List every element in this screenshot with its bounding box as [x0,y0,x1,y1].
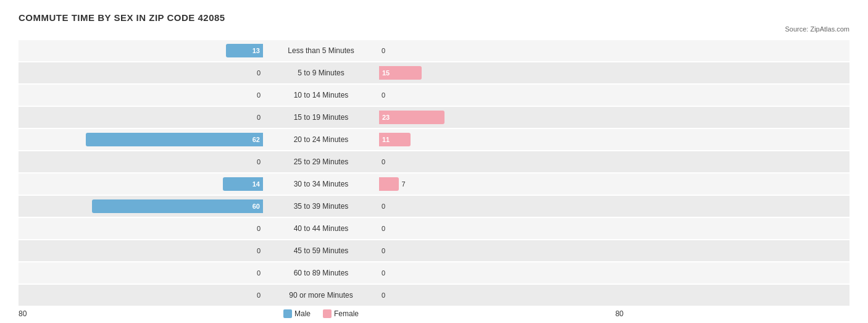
female-value-zero: 0 [382,225,385,232]
male-value-zero: 0 [257,269,261,277]
row-label: 90 or more Minutes [265,291,377,300]
chart-row: 6035 to 39 Minutes0 [19,196,849,217]
row-label: 10 to 14 Minutes [265,91,377,99]
male-value-zero: 0 [257,247,261,254]
row-label: 45 to 59 Minutes [265,246,377,255]
male-value-zero: 0 [257,91,261,99]
chart-title: COMMUTE TIME BY SEX IN ZIP CODE 42085 [19,12,849,23]
female-bar: 11 [379,133,411,146]
chart-row: 13Less than 5 Minutes0 [19,40,849,61]
male-value-zero: 0 [257,225,261,232]
right-bar-container: 0 [377,225,624,232]
male-bar: 13 [226,44,263,57]
legend-male-box [283,309,292,318]
left-bar-container: 0 [19,225,265,232]
row-label: 15 to 19 Minutes [265,113,377,122]
right-bar-container: 0 [377,247,624,254]
right-bar-container: 15 [377,66,624,80]
chart-row: 045 to 59 Minutes0 [19,240,849,261]
row-label: 60 to 89 Minutes [265,269,377,277]
female-value-zero: 0 [382,47,385,54]
row-label: Less than 5 Minutes [265,46,377,55]
left-bar-container: 0 [19,292,265,299]
chart-row: 010 to 14 Minutes0 [19,85,849,106]
male-value-zero: 0 [257,114,261,121]
right-bar-container: 0 [377,158,624,166]
chart-row: 05 to 9 Minutes15 [19,62,849,83]
row-label: 40 to 44 Minutes [265,224,377,233]
left-bar-container: 0 [19,114,265,121]
axis-right-label: 80 [377,309,624,318]
male-bar-value: 13 [249,47,263,54]
right-bar-container: 0 [377,203,624,210]
female-value-zero: 0 [382,247,385,254]
female-bar [379,177,399,191]
right-bar-container: 0 [377,91,624,99]
male-value-zero: 0 [257,158,261,166]
female-bar-value: 15 [379,69,393,77]
row-label: 20 to 24 Minutes [265,135,377,144]
female-value-zero: 0 [382,91,385,99]
legend-male: Male [283,309,311,318]
legend-male-label: Male [294,309,311,318]
left-bar-container: 14 [19,177,265,191]
legend-female-box [323,309,332,318]
row-label: 30 to 34 Minutes [265,180,377,188]
legend-female-label: Female [334,309,359,318]
male-bar: 60 [92,199,264,213]
axis-left-label: 80 [19,309,265,318]
legend: Male Female [265,309,377,318]
chart-row: 060 to 89 Minutes0 [19,262,849,283]
chart-row: 6220 to 24 Minutes11 [19,129,849,150]
right-bar-container: 11 [377,133,624,146]
left-bar-container: 0 [19,269,265,277]
chart-row: 090 or more Minutes0 [19,285,849,306]
female-bar: 15 [379,66,422,80]
male-value-zero: 0 [257,69,261,77]
source-label: Source: ZipAtlas.com [19,25,849,33]
female-value-zero: 0 [382,292,385,299]
left-bar-container: 60 [19,199,265,213]
male-bar-value: 62 [249,136,263,143]
female-value-zero: 0 [382,269,385,277]
male-value-zero: 0 [257,292,261,299]
female-bar-value: 11 [379,136,393,143]
female-bar: 23 [379,111,444,124]
left-bar-container: 0 [19,158,265,166]
row-label: 35 to 39 Minutes [265,202,377,211]
female-value-zero: 0 [382,158,385,166]
chart-row: 015 to 19 Minutes23 [19,107,849,128]
chart-row: 025 to 29 Minutes0 [19,151,849,172]
male-bar: 14 [223,177,263,191]
female-value-zero: 0 [382,203,385,210]
male-bar-value: 14 [249,180,263,188]
male-bar-value: 60 [249,203,263,210]
row-label: 25 to 29 Minutes [265,157,377,166]
left-bar-container: 0 [19,69,265,77]
left-bar-container: 62 [19,133,265,146]
female-value-outside: 7 [401,180,405,188]
left-bar-container: 0 [19,91,265,99]
male-bar: 62 [86,133,263,146]
left-bar-container: 0 [19,247,265,254]
right-bar-container: 0 [377,47,624,54]
legend-female: Female [323,309,359,318]
left-bar-container: 13 [19,44,265,57]
right-bar-container: 0 [377,292,624,299]
axis-row: 80 Male Female 80 [19,309,849,318]
female-bar-value: 23 [379,114,393,121]
right-bar-container: 23 [377,111,624,124]
right-bar-container: 7 [377,177,624,191]
row-label: 5 to 9 Minutes [265,69,377,77]
right-bar-container: 0 [377,269,624,277]
chart-row: 040 to 44 Minutes0 [19,218,849,239]
chart-row: 1430 to 34 Minutes7 [19,174,849,195]
chart-area: 13Less than 5 Minutes005 to 9 Minutes150… [19,40,849,306]
